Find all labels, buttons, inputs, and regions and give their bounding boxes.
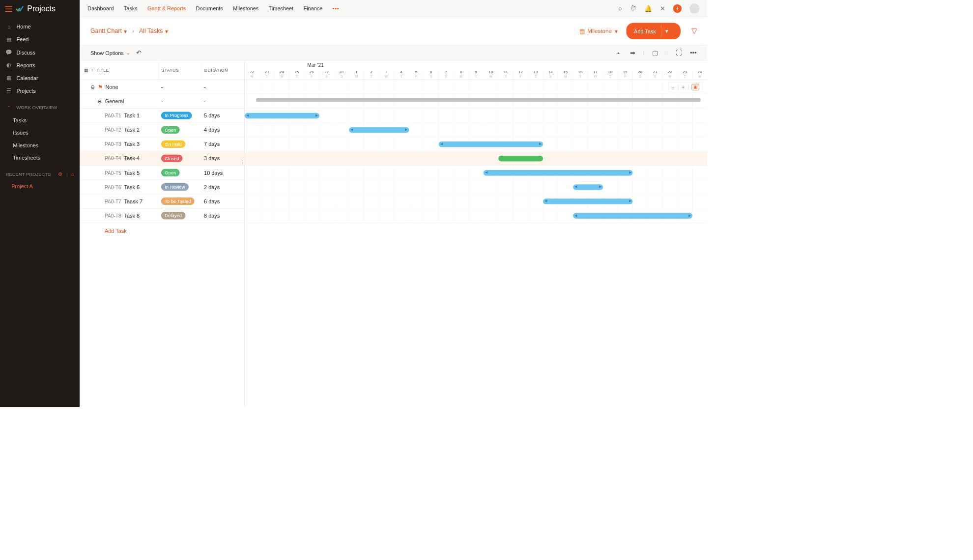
- tab-milestones[interactable]: Milestones: [233, 5, 258, 11]
- task-id: PA0-T2: [105, 127, 121, 133]
- tab-documents[interactable]: Documents: [196, 5, 223, 11]
- tab-timesheet[interactable]: Timesheet: [269, 5, 294, 11]
- recent-project-item[interactable]: Project A: [0, 180, 80, 192]
- status-pill[interactable]: On Hold: [161, 140, 185, 148]
- col-duration-header[interactable]: DURATION: [201, 61, 244, 80]
- gantt-bar[interactable]: ◀▶: [349, 127, 409, 133]
- search-icon[interactable]: ⌕: [618, 4, 622, 12]
- fullscreen-icon[interactable]: ⛶: [676, 49, 682, 56]
- show-options-dropdown[interactable]: Show Options⌄: [90, 50, 131, 56]
- col-title-header[interactable]: ▦ + TITLE: [80, 68, 158, 73]
- task-row[interactable]: PA0-T7 Taask 7To be Tested6 days: [80, 194, 244, 208]
- sidebar-item-tasks[interactable]: Tasks: [0, 114, 80, 126]
- sidebar-item-reports[interactable]: ◐Reports: [0, 58, 80, 71]
- add-task-link[interactable]: Add Task: [80, 223, 244, 239]
- task-row[interactable]: PA0-T2 Task 2Open4 days: [80, 123, 244, 137]
- task-row[interactable]: PA0-T1 Task 1In Progress5 days: [80, 109, 244, 123]
- undo-icon[interactable]: ↶: [136, 49, 142, 57]
- sidebar-item-feed[interactable]: ▤Feed: [0, 33, 80, 46]
- add-task-split-dropdown[interactable]: ▾: [661, 26, 673, 37]
- today-button[interactable]: ▣: [691, 84, 699, 90]
- gantt-bar[interactable]: ◀▶: [543, 198, 632, 204]
- task-row[interactable]: PA0-T4 Task 4Closed3 days: [80, 151, 244, 166]
- collapse-icon[interactable]: ⊖: [97, 98, 102, 105]
- home-icon: ⌂: [6, 23, 12, 29]
- bar-handle-right[interactable]: ▶: [629, 199, 631, 203]
- gantt-bar[interactable]: ◀▶: [245, 113, 319, 119]
- sidebar-item-issues[interactable]: Issues: [0, 126, 80, 139]
- recent-projects-label: RECENT PROJECTS: [6, 171, 58, 177]
- status-pill[interactable]: Delayed: [161, 212, 185, 219]
- status-pill[interactable]: Open: [161, 126, 180, 134]
- avatar[interactable]: [689, 3, 699, 13]
- bar-handle-right[interactable]: ▶: [629, 171, 631, 174]
- group-row[interactable]: ⊖⚑None - -: [80, 80, 244, 94]
- tab-finance[interactable]: Finance: [303, 5, 322, 11]
- bar-handle-left[interactable]: ◀: [440, 142, 443, 145]
- collapse-icon[interactable]: ⊖: [90, 84, 95, 90]
- bar-handle-left[interactable]: ◀: [350, 128, 353, 131]
- tab-more[interactable]: •••: [333, 5, 340, 11]
- filter-icon[interactable]: ▽: [691, 27, 697, 35]
- gantt-bar[interactable]: ◀▶: [439, 141, 544, 147]
- task-name: Task 3: [124, 141, 140, 147]
- status-pill[interactable]: Open: [161, 169, 180, 176]
- all-tasks-dropdown[interactable]: All Tasks▾: [139, 28, 168, 35]
- tab-tasks[interactable]: Tasks: [124, 5, 138, 11]
- bar-handle-right[interactable]: ▶: [688, 214, 691, 217]
- status-pill[interactable]: Closed: [161, 155, 183, 162]
- bar-handle-left[interactable]: ◀: [574, 185, 577, 189]
- sidebar-item-discuss[interactable]: 💬Discuss: [0, 46, 80, 58]
- bar-handle-right[interactable]: ▶: [539, 142, 542, 145]
- bar-handle-left[interactable]: ◀: [574, 214, 577, 217]
- sidebar-item-milestones[interactable]: Milestones: [0, 139, 80, 151]
- bar-handle-left[interactable]: ◀: [485, 171, 487, 174]
- timer-icon[interactable]: ⏱: [630, 4, 636, 12]
- calendar-icon[interactable]: ▢: [652, 49, 658, 57]
- hamburger-icon[interactable]: [5, 6, 12, 12]
- tab-dashboard[interactable]: Dashboard: [87, 5, 114, 11]
- bar-handle-right[interactable]: ▶: [405, 128, 407, 131]
- sidebar-item-timesheets[interactable]: Timesheets: [0, 151, 80, 164]
- cell-status: -: [158, 84, 201, 90]
- add-button[interactable]: +: [673, 4, 682, 12]
- gantt-bar[interactable]: ◀▶: [573, 213, 692, 219]
- task-row[interactable]: PA0-T5 Task 5Open10 days: [80, 166, 244, 180]
- summary-bar[interactable]: [257, 98, 701, 102]
- subgroup-row[interactable]: ⊖General - -: [80, 94, 244, 109]
- bell-icon[interactable]: 🔔: [644, 4, 652, 12]
- status-pill[interactable]: In Progress: [161, 112, 192, 119]
- status-pill[interactable]: In Review: [161, 183, 189, 191]
- gantt-bar[interactable]: ◀▶: [573, 184, 603, 190]
- zoom-out-button[interactable]: −: [672, 84, 675, 90]
- tab-gantt-reports[interactable]: Gantt & Reports: [147, 5, 186, 11]
- status-pill[interactable]: To be Tested: [161, 197, 195, 205]
- tools-icon[interactable]: ✕: [660, 4, 665, 12]
- zoom-in-button[interactable]: +: [682, 84, 685, 90]
- search-icon[interactable]: ⌕: [71, 171, 74, 177]
- sidebar-item-home[interactable]: ⌂Home: [0, 20, 80, 33]
- gantt-bar[interactable]: ◀▶: [484, 170, 633, 176]
- bar-handle-left[interactable]: ◀: [544, 199, 547, 203]
- plus-icon[interactable]: +: [91, 68, 93, 73]
- add-task-button[interactable]: Add Task▾: [626, 23, 681, 39]
- task-row[interactable]: PA0-T8 Task 8Delayed8 days: [80, 209, 244, 223]
- milestone-dropdown[interactable]: ▤Milestone▾: [579, 28, 618, 34]
- more-icon[interactable]: •••: [690, 49, 697, 56]
- settings-icon[interactable]: ⚙: [58, 171, 62, 177]
- gantt-chart-dropdown[interactable]: Gantt Chart▾: [90, 28, 127, 35]
- col-status-header[interactable]: STATUS: [158, 61, 201, 80]
- sidebar-item-projects[interactable]: ☰Projects: [0, 84, 80, 97]
- baseline-icon[interactable]: ⫠: [615, 49, 622, 56]
- sidebar-section-work-overview[interactable]: ⌃WORK OVERVIEW: [0, 97, 80, 114]
- task-row[interactable]: PA0-T3 Task 3On Hold7 days: [80, 137, 244, 151]
- sidebar-item-calendar[interactable]: ▦Calendar: [0, 71, 80, 84]
- task-row[interactable]: PA0-T6 Task 6In Review2 days: [80, 180, 244, 194]
- gantt-bar[interactable]: [498, 156, 543, 162]
- cell-duration: -: [201, 84, 244, 90]
- indent-icon[interactable]: ➡: [630, 49, 635, 57]
- bar-handle-left[interactable]: ◀: [246, 113, 249, 117]
- task-name: Task 8: [124, 213, 140, 219]
- bar-handle-right[interactable]: ▶: [315, 113, 318, 117]
- bar-handle-right[interactable]: ▶: [599, 185, 601, 189]
